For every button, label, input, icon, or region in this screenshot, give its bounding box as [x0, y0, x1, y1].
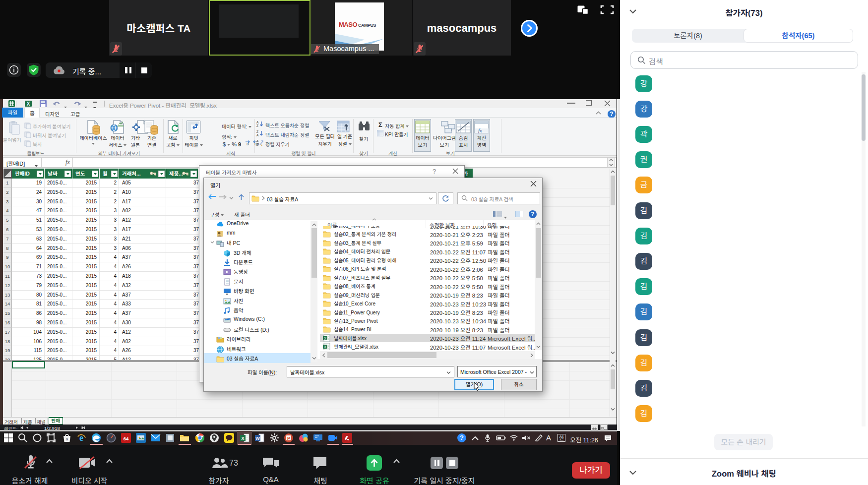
svg-text:W: W	[255, 436, 260, 441]
svg-text:P: P	[287, 436, 290, 441]
svg-text:X: X	[241, 436, 244, 441]
svg-text:a: a	[66, 437, 68, 441]
svg-text:fx: fx	[478, 127, 482, 133]
svg-text:A: A	[256, 133, 259, 137]
svg-text:A: A	[256, 139, 259, 143]
svg-text:Z: Z	[256, 143, 258, 146]
svg-text:X: X	[324, 337, 326, 340]
svg-text:64: 64	[124, 436, 129, 441]
svg-text:X: X	[27, 101, 30, 107]
svg-text:X: X	[324, 345, 326, 349]
svg-text:Z: Z	[256, 124, 258, 127]
svg-text:Z: Z	[256, 130, 258, 133]
svg-text:A: A	[256, 121, 259, 124]
